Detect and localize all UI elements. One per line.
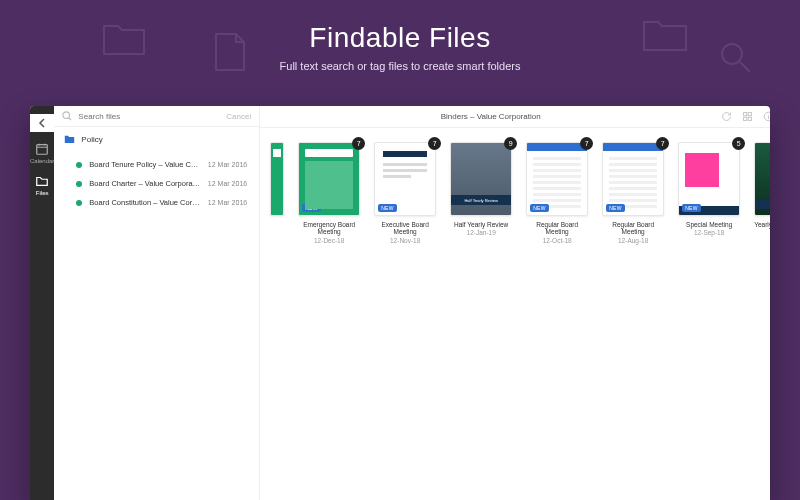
file-date: 12 Mar 2016 [208, 199, 247, 206]
nav-tab-calendar[interactable]: Calendar [30, 142, 54, 164]
binder-thumbnail: NEW [602, 142, 664, 216]
binder-thumbnail: NEW [526, 142, 588, 216]
search-icon [62, 111, 72, 121]
refresh-icon[interactable] [721, 111, 732, 122]
grid-icon[interactable] [742, 111, 753, 122]
binder-date: 12-Oct-18 [543, 237, 572, 244]
file-row[interactable]: Board Charter – Value Corporation 12 Mar… [54, 174, 259, 193]
binder-title: Regular Board Meeting [526, 221, 588, 236]
folder-icon [64, 134, 75, 144]
svg-rect-4 [744, 113, 747, 116]
svg-rect-7 [748, 117, 751, 120]
search-bar: Cancel [54, 106, 259, 127]
toolbar-title: Binders – Value Corporation [270, 112, 711, 121]
binder-title: Half Yearly Review [454, 221, 508, 228]
side-panel: Cancel Policy Board Tenure Policy – Valu… [54, 106, 260, 500]
binder-card[interactable]: NEW 7 Emergency Board Meeting 12-Dec-18 [298, 142, 360, 244]
search-input[interactable] [78, 112, 220, 121]
binder-date: 12-Sep-18 [694, 229, 724, 236]
binder-card[interactable]: NEW 7 Executive Board Meeting 12-Nov-18 [374, 142, 436, 244]
main-area: Binders – Value Corporation NEW 7 Emer [260, 106, 770, 500]
binder-date: 12-Dec-18 [314, 237, 344, 244]
file-name: Board Constitution – Value Corporation [89, 198, 201, 207]
nav-tab-label: Calendar [30, 158, 54, 164]
binder-date: 12-Jan-19 [467, 229, 496, 236]
new-badge: NEW [302, 204, 321, 212]
count-badge: 7 [580, 137, 593, 150]
nav-rail: Calendar Files [30, 106, 54, 500]
new-badge: NEW [606, 204, 625, 212]
new-badge: NEW [682, 204, 701, 212]
count-badge: 7 [428, 137, 441, 150]
count-badge: 5 [732, 137, 745, 150]
binder-thumbnail: NEW [678, 142, 740, 216]
file-date: 12 Mar 2016 [208, 161, 247, 168]
binder-title: Regular Board Meeting [602, 221, 664, 236]
toolbar: Binders – Value Corporation [260, 106, 770, 128]
file-row[interactable]: Board Tenure Policy – Value Corporation … [54, 155, 259, 174]
status-dot-icon [76, 200, 82, 206]
search-cancel[interactable]: Cancel [226, 112, 251, 121]
svg-rect-2 [37, 145, 48, 155]
binder-grid: NEW 7 Emergency Board Meeting 12-Dec-18 … [260, 128, 770, 500]
calendar-icon [35, 142, 49, 156]
svg-point-8 [764, 112, 770, 121]
svg-rect-5 [748, 113, 751, 116]
binder-title: Special Meeting [686, 221, 732, 228]
file-name: Board Charter – Value Corporation [89, 179, 201, 188]
nav-tab-label: Files [36, 190, 49, 196]
binder-date: 12-Aug-18 [618, 237, 648, 244]
binder-title: Emergency Board Meeting [298, 221, 360, 236]
binder-thumbnail [270, 142, 284, 216]
folder-label: Policy [81, 135, 102, 144]
thumb-caption: Yearly Meeting [755, 200, 770, 209]
info-icon[interactable] [763, 111, 770, 122]
binder-title: Executive Board Meeting [374, 221, 436, 236]
binder-card[interactable] [270, 142, 284, 216]
binder-card[interactable]: NEW 7 Regular Board Meeting 12-Aug-18 [602, 142, 664, 244]
marketing-background: Findable Files Full text search or tag f… [0, 0, 800, 500]
folder-row[interactable]: Policy [54, 127, 259, 151]
svg-point-0 [722, 44, 742, 64]
hero-subtitle: Full text search or tag files to create … [0, 60, 800, 72]
new-badge: NEW [530, 204, 549, 212]
file-date: 12 Mar 2016 [208, 180, 247, 187]
file-list: Board Tenure Policy – Value Corporation … [54, 151, 259, 216]
status-dot-icon [76, 162, 82, 168]
binder-card[interactable]: NEW 7 Regular Board Meeting 12-Oct-18 [526, 142, 588, 244]
binder-date: 12-Nov-18 [390, 237, 420, 244]
file-name: Board Tenure Policy – Value Corporation [89, 160, 201, 169]
svg-rect-6 [744, 117, 747, 120]
binder-card[interactable]: NEW 5 Special Meeting 12-Sep-18 [678, 142, 740, 236]
binder-thumbnail: NEW [298, 142, 360, 216]
count-badge: 7 [352, 137, 365, 150]
svg-point-3 [63, 112, 70, 119]
binder-thumbnail: Yearly Meeting [754, 142, 770, 216]
binder-card[interactable]: Half Yearly Review 9 Half Yearly Review … [450, 142, 512, 236]
app-window: Calendar Files Cancel Policy Board Ten [30, 106, 770, 500]
status-dot-icon [76, 181, 82, 187]
binder-title: Yearly Board Meeting [754, 221, 770, 228]
files-icon [35, 174, 49, 188]
count-badge: 9 [504, 137, 517, 150]
thumb-caption: Half Yearly Review [451, 195, 511, 205]
new-badge: NEW [378, 204, 397, 212]
binder-card[interactable]: Yearly Meeting 8 Yearly Board Meeting 12… [754, 142, 770, 236]
back-button[interactable] [30, 114, 54, 132]
binder-thumbnail: NEW [374, 142, 436, 216]
nav-tab-files[interactable]: Files [35, 174, 49, 196]
file-row[interactable]: Board Constitution – Value Corporation 1… [54, 193, 259, 212]
count-badge: 7 [656, 137, 669, 150]
binder-thumbnail: Half Yearly Review [450, 142, 512, 216]
